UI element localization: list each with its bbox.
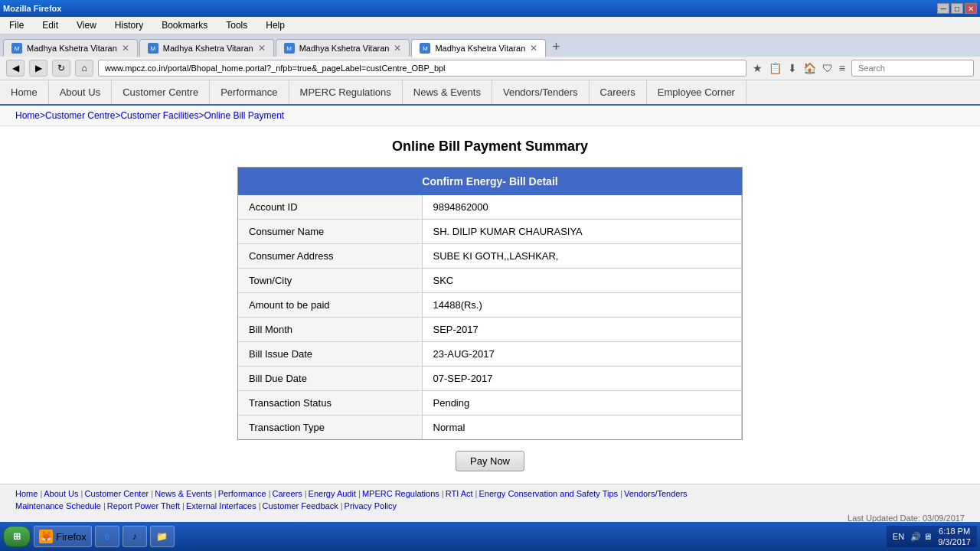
- browser-icon: 🦊: [39, 530, 53, 543]
- footer-link[interactable]: About Us: [44, 489, 83, 498]
- pay-now-button[interactable]: Pay Now: [456, 451, 524, 471]
- row-value: Pending: [422, 391, 742, 416]
- page-content: Home About Us Customer Centre Performanc…: [0, 80, 980, 527]
- tab-1[interactable]: M Madhya Kshetra Vitaran ✕: [3, 39, 138, 57]
- nav-news[interactable]: News & Events: [403, 80, 492, 104]
- shield-icon[interactable]: 🛡: [821, 60, 835, 76]
- tray-date-value: 9/3/2017: [938, 536, 971, 547]
- nav-careers[interactable]: Careers: [590, 80, 647, 104]
- nav-performance[interactable]: Performance: [210, 80, 289, 104]
- menu-history[interactable]: History: [112, 18, 146, 32]
- footer-link[interactable]: Energy Audit: [309, 489, 361, 498]
- close-button[interactable]: ✕: [965, 3, 977, 14]
- table-row: Bill Month SEP-2017: [238, 318, 742, 342]
- nav-mperc[interactable]: MPERC Regulations: [289, 80, 403, 104]
- taskbar-app-files[interactable]: 📁: [150, 526, 175, 547]
- window-controls[interactable]: ─ □ ✕: [937, 3, 977, 14]
- table-row: Bill Due Date 07-SEP-2017: [238, 367, 742, 391]
- footer-link[interactable]: Energy Conservation and Safety Tips: [479, 489, 622, 498]
- tray-time-value: 6:18 PM: [938, 526, 971, 536]
- row-label: Bill Due Date: [238, 367, 422, 391]
- footer-link[interactable]: RTI Act: [446, 489, 478, 498]
- nav-about[interactable]: About Us: [49, 80, 112, 104]
- table-row: Transaction Status Pending: [238, 391, 742, 416]
- breadcrumb-text: Home>Customer Centre>Customer Facilities…: [15, 110, 284, 121]
- taskbar-app-label: Firefox: [56, 531, 87, 543]
- nav-vendors[interactable]: Vendors/Tenders: [492, 80, 590, 104]
- nav-employee[interactable]: Employee Corner: [647, 80, 746, 104]
- footer-link[interactable]: News & Events: [155, 489, 217, 498]
- menu-icon[interactable]: ≡: [838, 60, 847, 76]
- search-input[interactable]: [851, 60, 974, 77]
- tab-close-3[interactable]: ✕: [394, 43, 401, 54]
- tab-2[interactable]: M Madhya Kshetra Vitaran ✕: [139, 39, 274, 57]
- taskbar-app-winamp[interactable]: ♪: [122, 526, 147, 547]
- menu-help[interactable]: Help: [263, 18, 288, 32]
- nav-home[interactable]: Home: [0, 80, 49, 104]
- footer-link[interactable]: Privacy Policy: [345, 501, 397, 510]
- row-label: Bill Month: [238, 318, 422, 342]
- footer-link[interactable]: Home: [15, 489, 42, 498]
- tab-3[interactable]: M Madhya Kshetra Vitaran ✕: [276, 39, 410, 57]
- minimize-button[interactable]: ─: [937, 3, 949, 14]
- start-button[interactable]: ⊞: [3, 526, 31, 547]
- row-value: 23-AUG-2017: [422, 342, 742, 367]
- menu-edit[interactable]: Edit: [39, 18, 61, 32]
- table-row: Transaction Type Normal: [238, 416, 742, 440]
- menu-bookmarks[interactable]: Bookmarks: [158, 18, 211, 32]
- maximize-button[interactable]: □: [951, 3, 963, 14]
- files-icon: 📁: [155, 530, 169, 543]
- table-row: Amount to be paid 14488(Rs.): [238, 293, 742, 318]
- table-row: Bill Issue Date 23-AUG-2017: [238, 342, 742, 367]
- back-button[interactable]: ◀: [6, 60, 24, 77]
- taskbar-app-ie[interactable]: e: [95, 526, 119, 547]
- bookmark-list-icon[interactable]: 📋: [767, 60, 783, 76]
- row-value: 07-SEP-2017: [422, 367, 742, 391]
- breadcrumb: Home>Customer Centre>Customer Facilities…: [0, 106, 980, 126]
- footer-link[interactable]: Customer Center: [84, 489, 153, 498]
- tab-favicon-3: M: [284, 43, 295, 54]
- url-input[interactable]: [98, 60, 746, 77]
- tab-close-1[interactable]: ✕: [122, 43, 129, 54]
- footer-link[interactable]: Performance: [218, 489, 271, 498]
- tab-favicon-1: M: [11, 43, 22, 54]
- tab-4[interactable]: M Madhya Kshetra Vitaran ✕: [411, 39, 546, 57]
- pay-now-container: Pay Now: [15, 451, 965, 471]
- row-value: 14488(Rs.): [422, 293, 742, 318]
- row-label: Amount to be paid: [238, 293, 422, 318]
- row-label: Transaction Type: [238, 416, 422, 440]
- footer-link[interactable]: Vendors/Tenders: [624, 489, 688, 498]
- tab-label-3: Madhya Kshetra Vitaran: [299, 44, 390, 53]
- address-bar: ◀ ▶ ↻ ⌂ ★ 📋 ⬇ 🏠 🛡 ≡: [0, 57, 980, 80]
- tab-close-4[interactable]: ✕: [530, 43, 537, 54]
- row-label: Transaction Status: [238, 391, 422, 416]
- footer-link[interactable]: External Interfaces: [186, 501, 261, 510]
- tabs-bar: M Madhya Kshetra Vitaran ✕ M Madhya Kshe…: [0, 34, 980, 57]
- bookmark-star-icon[interactable]: ★: [751, 60, 764, 76]
- footer-link[interactable]: Maintenance Schedule: [15, 501, 106, 510]
- footer-links-row1: HomeAbout UsCustomer CenterNews & Events…: [15, 489, 965, 498]
- footer-link[interactable]: Report Power Theft: [107, 501, 185, 510]
- tab-close-2[interactable]: ✕: [258, 43, 266, 54]
- forward-button[interactable]: ▶: [29, 60, 47, 77]
- row-label: Account ID: [238, 195, 422, 220]
- footer-link[interactable]: MPERC Regulations: [362, 489, 444, 498]
- footer-link[interactable]: Careers: [273, 489, 307, 498]
- row-value: Normal: [422, 416, 742, 440]
- menu-view[interactable]: View: [74, 18, 100, 32]
- menu-tools[interactable]: Tools: [223, 18, 250, 32]
- page-title: Online Bill Payment Summary: [15, 139, 965, 155]
- ie-icon: e: [100, 530, 114, 543]
- tab-label-1: Madhya Kshetra Vitaran: [27, 44, 117, 53]
- footer-link[interactable]: Customer Feedback: [263, 501, 343, 510]
- home-button[interactable]: ⌂: [75, 60, 93, 77]
- nav-customer-centre[interactable]: Customer Centre: [112, 80, 210, 104]
- home-nav-icon[interactable]: 🏠: [802, 60, 818, 76]
- taskbar-app-browser[interactable]: 🦊 Firefox: [34, 526, 92, 547]
- refresh-button[interactable]: ↻: [52, 60, 70, 77]
- download-icon[interactable]: ⬇: [786, 60, 799, 76]
- menu-file[interactable]: File: [6, 18, 27, 32]
- site-nav: Home About Us Customer Centre Performanc…: [0, 80, 980, 106]
- table-row: Town/City SKC: [238, 269, 742, 293]
- new-tab-button[interactable]: +: [547, 37, 565, 57]
